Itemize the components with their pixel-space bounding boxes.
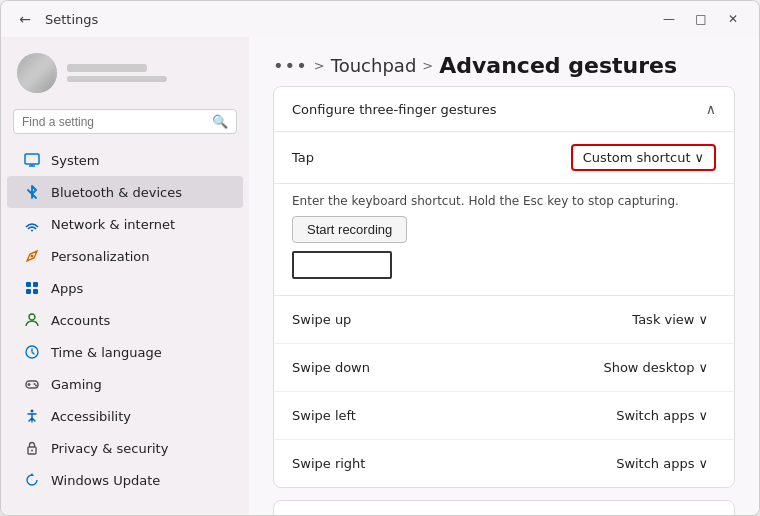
search-input[interactable] [22,115,206,129]
swipe-up-value: Task view [632,312,694,327]
sidebar-item-accessibility-label: Accessibility [51,409,131,424]
four-finger-section: Configure four-finger gestures ∨ [273,500,735,515]
sidebar-item-system-label: System [51,153,99,168]
start-recording-button[interactable]: Start recording [292,216,407,243]
svg-point-4 [31,255,34,258]
update-icon [23,471,41,489]
accessibility-icon [23,407,41,425]
swipe-left-row: Swipe left Switch apps ∨ [274,392,734,440]
settings-window: ← Settings — □ ✕ 🔍 [0,0,760,516]
swipe-up-dropdown-icon: ∨ [698,312,708,327]
svg-point-18 [31,450,33,452]
apps-icon [23,279,41,297]
swipe-down-dropdown[interactable]: Show desktop ∨ [595,356,716,379]
search-box[interactable]: 🔍 [13,109,237,134]
svg-point-16 [31,410,34,413]
window-title: Settings [45,12,655,27]
sidebar-item-gaming[interactable]: Gaming [7,368,243,400]
svg-point-9 [29,314,35,320]
accounts-icon [23,311,41,329]
sidebar-item-personalization-label: Personalization [51,249,150,264]
three-finger-title: Configure three-finger gestures [292,102,497,117]
sidebar-item-network[interactable]: Network & internet [7,208,243,240]
recording-area: Enter the keyboard shortcut. Hold the Es… [274,184,734,296]
sidebar-item-system[interactable]: System [7,144,243,176]
custom-shortcut-label: Custom shortcut [583,150,691,165]
swipe-right-dropdown[interactable]: Switch apps ∨ [608,452,716,475]
custom-shortcut-dropdown-icon: ∨ [694,150,704,165]
minimize-button[interactable]: — [655,9,683,29]
svg-rect-7 [26,289,31,294]
recording-input-box[interactable] [292,251,392,279]
sidebar-item-update[interactable]: Windows Update [7,464,243,496]
four-finger-header[interactable]: Configure four-finger gestures ∨ [274,501,734,515]
close-button[interactable]: ✕ [719,9,747,29]
sidebar-item-network-label: Network & internet [51,217,175,232]
swipe-up-dropdown[interactable]: Task view ∨ [624,308,716,331]
maximize-button[interactable]: □ [687,9,715,29]
back-button[interactable]: ← [13,7,37,31]
sidebar-item-apps[interactable]: Apps [7,272,243,304]
swipe-down-row: Swipe down Show desktop ∨ [274,344,734,392]
three-finger-chevron: ∧ [706,101,716,117]
breadcrumb-sep-1: > [314,58,325,73]
titlebar: ← Settings — □ ✕ [1,1,759,37]
three-finger-section: Configure three-finger gestures ∧ Tap Cu… [273,86,735,488]
sidebar-item-personalization[interactable]: Personalization [7,240,243,272]
sidebar-item-bluetooth[interactable]: Bluetooth & devices [7,176,243,208]
three-finger-header[interactable]: Configure three-finger gestures ∧ [274,87,734,132]
breadcrumb-touchpad[interactable]: Touchpad [331,55,417,76]
sidebar-item-time-label: Time & language [51,345,162,360]
sidebar-item-time[interactable]: Time & language [7,336,243,368]
swipe-up-row: Swipe up Task view ∨ [274,296,734,344]
sidebar-item-accessibility[interactable]: Accessibility [7,400,243,432]
content-area: ••• > Touchpad > Advanced gestures Confi… [249,37,759,515]
sidebar: 🔍 System [1,37,249,515]
svg-rect-8 [33,289,38,294]
swipe-right-label: Swipe right [292,456,365,471]
swipe-left-dropdown[interactable]: Switch apps ∨ [608,404,716,427]
sidebar-item-privacy[interactable]: Privacy & security [7,432,243,464]
svg-point-3 [31,230,33,232]
tap-row: Tap Custom shortcut ∨ [274,132,734,184]
breadcrumb-sep-2: > [422,58,433,73]
user-info [67,64,167,82]
personalization-icon [23,247,41,265]
user-email [67,76,167,82]
username [67,64,147,72]
svg-rect-0 [25,154,39,164]
tap-label: Tap [292,150,314,165]
swipe-left-dropdown-icon: ∨ [698,408,708,423]
swipe-left-label: Swipe left [292,408,356,423]
svg-point-15 [35,385,37,387]
network-icon [23,215,41,233]
gaming-icon [23,375,41,393]
custom-shortcut-button[interactable]: Custom shortcut ∨ [571,144,716,171]
privacy-icon [23,439,41,457]
search-icon: 🔍 [212,114,228,129]
recording-hint: Enter the keyboard shortcut. Hold the Es… [292,194,716,208]
sidebar-item-bluetooth-label: Bluetooth & devices [51,185,182,200]
content-header: ••• > Touchpad > Advanced gestures [249,37,759,86]
page-title: Advanced gestures [439,53,677,78]
window-controls: — □ ✕ [655,9,747,29]
swipe-down-dropdown-icon: ∨ [698,360,708,375]
sidebar-item-apps-label: Apps [51,281,83,296]
swipe-down-value: Show desktop [603,360,694,375]
time-icon [23,343,41,361]
svg-rect-6 [33,282,38,287]
avatar [17,53,57,93]
system-icon [23,151,41,169]
sidebar-item-accounts-label: Accounts [51,313,110,328]
user-profile [1,45,249,105]
sidebar-item-update-label: Windows Update [51,473,160,488]
sidebar-item-gaming-label: Gaming [51,377,102,392]
sidebar-nav: System Bluetooth & devices [1,144,249,507]
sidebar-item-privacy-label: Privacy & security [51,441,168,456]
bluetooth-icon [23,183,41,201]
swipe-right-value: Switch apps [616,456,694,471]
svg-point-14 [34,383,36,385]
sidebar-item-accounts[interactable]: Accounts [7,304,243,336]
content-body: Configure three-finger gestures ∧ Tap Cu… [249,86,759,515]
swipe-left-value: Switch apps [616,408,694,423]
